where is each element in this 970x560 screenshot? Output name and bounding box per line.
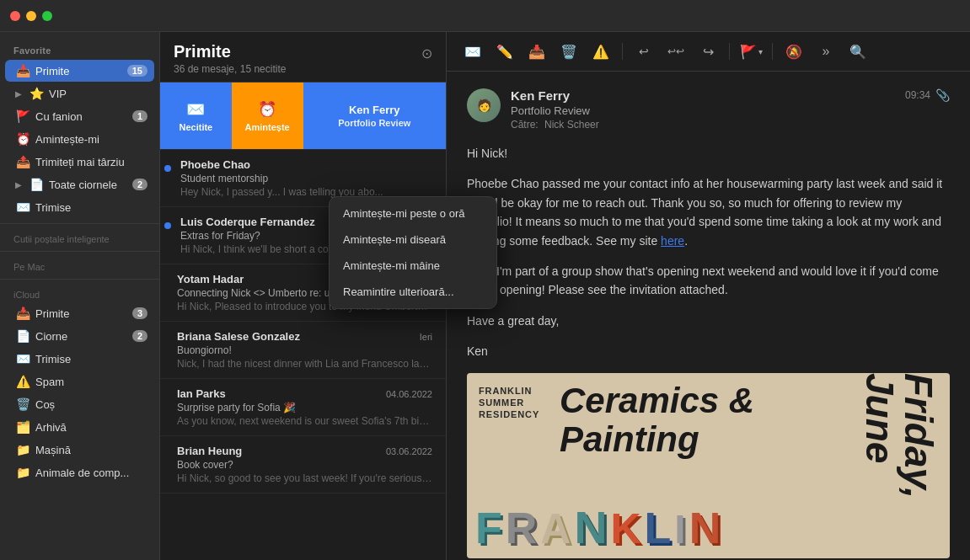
sidebar-item-icloud-cos[interactable]: 🗑️ Coș	[5, 393, 154, 415]
close-button[interactable]	[10, 11, 20, 21]
sidebar-item-icloud-primite[interactable]: 📥 Primite 3	[5, 302, 154, 324]
ken-ferry-name: Ken Ferry	[349, 104, 400, 116]
timestamp-value: 09:34	[905, 89, 930, 101]
mail-item-ian[interactable]: Ian Parks 04.06.2022 Surprise party for …	[160, 379, 446, 436]
flag-chevron-icon: ▾	[758, 47, 763, 56]
envelope-toolbar-button[interactable]: ✉️	[460, 39, 485, 64]
sidebar-item-icloud-masina[interactable]: 📁 Mașină	[5, 439, 154, 461]
dropdown-item-1-hour[interactable]: Amintește-mi peste o oră	[330, 200, 496, 227]
swipe-unread-button[interactable]: ✉️ Necitite	[160, 83, 232, 149]
email-timestamp: 09:34 📎	[905, 88, 950, 102]
flag-icon: 🚩	[740, 44, 757, 60]
sidebar-item-label: Spam	[35, 376, 147, 388]
star-icon: ⭐	[29, 86, 44, 101]
zoom-button[interactable]	[42, 11, 52, 21]
toolbar-separator-3	[772, 43, 773, 60]
sidebar-item-cu-fanion[interactable]: 🚩 Cu fanion 1	[5, 105, 154, 127]
dropdown-menu: Amintește-mi peste o oră Amintește-mi di…	[329, 196, 497, 309]
mail-list-title: Primite	[174, 42, 286, 61]
mail-list-header: Primite 36 de mesaje, 15 necitite ⊙	[160, 32, 446, 83]
sidebar-item-label: Ciorne	[35, 330, 127, 343]
archive-toolbar-button[interactable]: 📥	[524, 39, 549, 64]
mail-preview: As you know, next weekend is our sweet S…	[177, 415, 432, 427]
swipe-actions: ✉️ Necitite ⏰ Amintește Ken Ferry Portfo…	[160, 83, 446, 149]
chevron-right-icon: ▶	[15, 180, 22, 189]
ciorne-badge: 2	[132, 179, 147, 190]
letter-n: N	[574, 504, 607, 550]
mail-item-brian[interactable]: Brian Heung 03.06.2022 Book cover? Hi Ni…	[160, 436, 446, 493]
mail-item-briana[interactable]: Briana Salese Gonzalez Ieri Buongiorno! …	[160, 322, 446, 379]
portfolio-link[interactable]: here	[661, 234, 684, 248]
mail-item-andrew[interactable]: ✉️ Necitite ⏰ Amintește Ken Ferry Portfo…	[160, 83, 446, 150]
email-from: Ken Ferry	[511, 88, 895, 103]
icloud-section-title: iCloud	[0, 285, 159, 301]
remind-icon: ⏰	[258, 100, 276, 119]
sidebar-item-label: Primite	[35, 307, 127, 320]
body-paragraph-4: Have a great day,	[467, 312, 950, 330]
mail-time: 03.06.2022	[386, 446, 432, 456]
search-toolbar-button[interactable]: 🔍	[845, 39, 871, 64]
email-header: 🧑 Ken Ferry Portfolio Review Către: Nick…	[467, 88, 950, 131]
sidebar-item-toate-ciornele[interactable]: ▶ 📄 Toate ciornele 2	[5, 173, 154, 195]
ken-ferry-subject: Portfolio Review	[338, 118, 410, 128]
invitation-main-text: Ceramics & Painting	[560, 381, 849, 459]
sidebar-item-trimise[interactable]: ✉️ Trimise	[5, 196, 154, 218]
mail-items: ✉️ Necitite ⏰ Amintește Ken Ferry Portfo…	[160, 83, 446, 560]
junk-toolbar-button[interactable]: ⚠️	[588, 39, 614, 64]
sidebar-item-label: VIP	[49, 88, 147, 100]
more-toolbar-button[interactable]: »	[813, 39, 839, 64]
mail-subject: Student mentorship	[180, 173, 432, 184]
sidebar-item-trimiteti[interactable]: 📤 Trimiteți mai târziu	[5, 151, 154, 173]
sidebar-item-aminteste[interactable]: ⏰ Amintește-mi	[5, 128, 154, 150]
letter-n2: N	[689, 506, 721, 550]
sidebar-item-icloud-animale[interactable]: 📁 Animale de comp...	[5, 461, 154, 483]
sidebar-item-icloud-arhiva[interactable]: 🗂️ Arhivă	[5, 416, 154, 438]
inbox-icon: 📥	[15, 63, 30, 78]
mute-toolbar-button[interactable]: 🔕	[781, 39, 807, 64]
icloud-spam-icon: ⚠️	[15, 374, 30, 389]
flag-icon: 🚩	[15, 109, 30, 124]
swipe-remind-button[interactable]: ⏰ Amintește	[232, 83, 303, 149]
drafts-icon: 📄	[29, 177, 44, 192]
body-paragraph-1: Hi Nick!	[467, 144, 950, 163]
sidebar-item-icloud-spam[interactable]: ⚠️ Spam	[5, 371, 154, 392]
dropdown-item-tonight[interactable]: Amintește-mi diseară	[330, 227, 496, 253]
send-later-icon: 📤	[15, 154, 30, 169]
sidebar-divider	[0, 223, 159, 224]
compose-toolbar-button[interactable]: ✏️	[492, 39, 517, 64]
swipe-unread-label: Necitite	[180, 122, 213, 132]
flag-toolbar-button[interactable]: 🚩 ▾	[738, 39, 764, 64]
mail-item-content: Brian Heung 03.06.2022 Book cover? Hi Ni…	[174, 445, 432, 484]
sidebar-item-label: Primite	[35, 65, 122, 77]
reply-all-toolbar-button[interactable]: ↩↩	[663, 39, 689, 64]
filter-icon[interactable]: ⊙	[421, 45, 432, 61]
delete-toolbar-button[interactable]: 🗑️	[556, 39, 581, 64]
mail-sender: Yotam Hadar	[177, 273, 244, 285]
pe-mac-section-title: Pe Mac	[0, 257, 159, 274]
mail-list-subtitle: 36 de mesaje, 15 necitite	[174, 63, 286, 75]
icloud-sent-icon: ✉️	[15, 351, 30, 366]
sidebar-item-label: Animale de comp...	[35, 467, 147, 479]
reply-toolbar-button[interactable]: ↩	[631, 39, 656, 64]
toolbar-separator-2	[729, 43, 730, 60]
forward-toolbar-button[interactable]: ↪	[695, 39, 721, 64]
icloud-ciorne-badge: 2	[132, 330, 147, 342]
avatar: 🧑	[467, 88, 501, 122]
swipe-ken-ferry-button[interactable]: Ken Ferry Portfolio Review	[303, 83, 447, 149]
sidebar-item-icloud-ciorne[interactable]: 📄 Ciorne 2	[5, 325, 154, 347]
icloud-drafts-icon: 📄	[15, 328, 30, 344]
main-container: Favorite 📥 Primite 15 ▶ ⭐ VIP 🚩 Cu fanio…	[0, 32, 970, 560]
minimize-button[interactable]	[26, 11, 36, 21]
sidebar-item-vip[interactable]: ▶ ⭐ VIP	[5, 83, 154, 104]
letter-a: A	[540, 508, 571, 550]
invitation-image: FRANKLIN SUMMER RESIDENCY Ceramics & Pai…	[467, 373, 950, 558]
fanion-badge: 1	[132, 110, 147, 122]
dropdown-item-later[interactable]: Reamintire ulterioară...	[330, 279, 496, 305]
unread-icon: ✉️	[186, 100, 205, 119]
sidebar-item-icloud-trimise[interactable]: ✉️ Trimise	[5, 348, 154, 370]
sidebar-item-label: Trimise	[35, 353, 147, 365]
dropdown-item-tomorrow[interactable]: Amintește-mi mâine	[330, 253, 496, 279]
sidebar-divider-3	[0, 279, 159, 280]
sidebar-item-primite[interactable]: 📥 Primite 15	[5, 60, 154, 82]
letter-l: L	[645, 506, 672, 550]
